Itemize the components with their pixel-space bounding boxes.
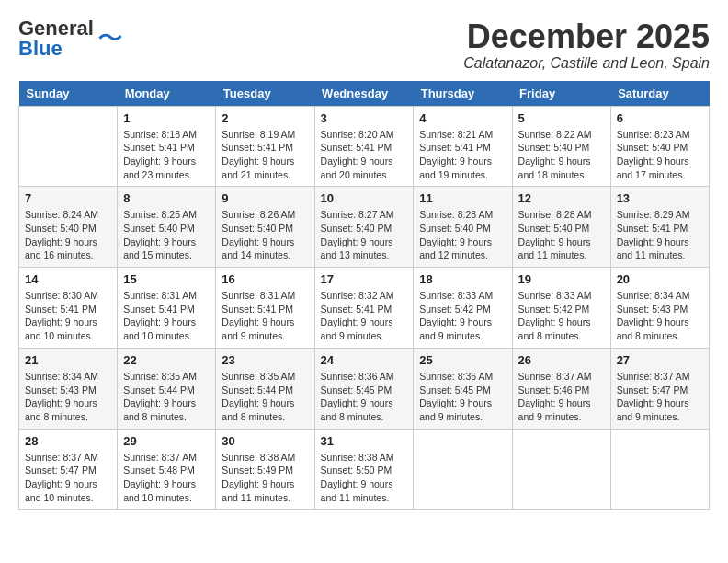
day-info: Sunrise: 8:26 AM Sunset: 5:40 PM Dayligh…	[222, 208, 308, 262]
logo-wave-icon: 〜	[97, 21, 123, 56]
day-info: Sunrise: 8:34 AM Sunset: 5:43 PM Dayligh…	[25, 370, 111, 424]
day-number: 1	[123, 111, 210, 125]
day-info: Sunrise: 8:34 AM Sunset: 5:43 PM Dayligh…	[617, 289, 703, 343]
calendar-cell: 26Sunrise: 8:37 AM Sunset: 5:46 PM Dayli…	[512, 348, 610, 429]
day-number: 15	[123, 272, 210, 286]
day-info: Sunrise: 8:27 AM Sunset: 5:40 PM Dayligh…	[321, 208, 408, 262]
page-header: General Blue 〜 December 2025 Calatanazor…	[18, 18, 710, 72]
day-info: Sunrise: 8:24 AM Sunset: 5:40 PM Dayligh…	[25, 208, 111, 262]
calendar-cell	[610, 429, 709, 510]
day-info: Sunrise: 8:25 AM Sunset: 5:40 PM Dayligh…	[123, 208, 210, 262]
day-info: Sunrise: 8:29 AM Sunset: 5:41 PM Dayligh…	[617, 208, 703, 262]
column-header-sunday: Sunday	[19, 81, 118, 107]
calendar-cell: 13Sunrise: 8:29 AM Sunset: 5:41 PM Dayli…	[610, 187, 709, 268]
calendar-cell: 16Sunrise: 8:31 AM Sunset: 5:41 PM Dayli…	[216, 268, 314, 349]
day-info: Sunrise: 8:32 AM Sunset: 5:41 PM Dayligh…	[321, 289, 408, 343]
day-info: Sunrise: 8:38 AM Sunset: 5:50 PM Dayligh…	[321, 451, 408, 505]
day-number: 26	[518, 353, 605, 367]
calendar-cell: 28Sunrise: 8:37 AM Sunset: 5:47 PM Dayli…	[19, 429, 118, 510]
calendar-cell: 18Sunrise: 8:33 AM Sunset: 5:42 PM Dayli…	[414, 268, 512, 349]
day-info: Sunrise: 8:35 AM Sunset: 5:44 PM Dayligh…	[123, 370, 210, 424]
day-number: 13	[617, 191, 703, 205]
day-number: 2	[222, 111, 308, 125]
calendar-table: SundayMondayTuesdayWednesdayThursdayFrid…	[18, 81, 710, 511]
day-info: Sunrise: 8:28 AM Sunset: 5:40 PM Dayligh…	[419, 208, 506, 262]
calendar-cell: 11Sunrise: 8:28 AM Sunset: 5:40 PM Dayli…	[414, 187, 512, 268]
day-number: 3	[321, 111, 408, 125]
day-number: 17	[321, 272, 408, 286]
calendar-cell	[19, 106, 118, 187]
day-info: Sunrise: 8:33 AM Sunset: 5:42 PM Dayligh…	[518, 289, 605, 343]
day-info: Sunrise: 8:31 AM Sunset: 5:41 PM Dayligh…	[123, 289, 210, 343]
day-number: 25	[419, 353, 506, 367]
day-number: 24	[321, 353, 408, 367]
logo-blue-text: Blue	[18, 39, 94, 59]
day-number: 12	[518, 191, 605, 205]
title-block: December 2025 Calatanazor, Castille and …	[463, 18, 710, 72]
day-number: 20	[617, 272, 703, 286]
day-number: 23	[222, 353, 308, 367]
day-info: Sunrise: 8:37 AM Sunset: 5:47 PM Dayligh…	[25, 451, 111, 505]
day-info: Sunrise: 8:38 AM Sunset: 5:49 PM Dayligh…	[222, 451, 308, 505]
day-info: Sunrise: 8:35 AM Sunset: 5:44 PM Dayligh…	[222, 370, 308, 424]
calendar-header: SundayMondayTuesdayWednesdayThursdayFrid…	[19, 81, 710, 107]
location-subtitle: Calatanazor, Castille and Leon, Spain	[463, 55, 710, 72]
day-info: Sunrise: 8:36 AM Sunset: 5:45 PM Dayligh…	[321, 370, 408, 424]
column-header-thursday: Thursday	[414, 81, 512, 107]
calendar-cell: 2Sunrise: 8:19 AM Sunset: 5:41 PM Daylig…	[216, 106, 314, 187]
day-info: Sunrise: 8:37 AM Sunset: 5:46 PM Dayligh…	[518, 370, 605, 424]
calendar-cell: 6Sunrise: 8:23 AM Sunset: 5:40 PM Daylig…	[610, 106, 709, 187]
day-number: 6	[617, 111, 703, 125]
day-info: Sunrise: 8:37 AM Sunset: 5:48 PM Dayligh…	[123, 451, 210, 505]
calendar-cell: 9Sunrise: 8:26 AM Sunset: 5:40 PM Daylig…	[216, 187, 314, 268]
calendar-cell: 20Sunrise: 8:34 AM Sunset: 5:43 PM Dayli…	[610, 268, 709, 349]
day-info: Sunrise: 8:23 AM Sunset: 5:40 PM Dayligh…	[617, 128, 703, 182]
calendar-cell: 15Sunrise: 8:31 AM Sunset: 5:41 PM Dayli…	[118, 268, 216, 349]
calendar-cell: 27Sunrise: 8:37 AM Sunset: 5:47 PM Dayli…	[610, 348, 709, 429]
day-info: Sunrise: 8:18 AM Sunset: 5:41 PM Dayligh…	[123, 128, 210, 182]
day-number: 5	[518, 111, 605, 125]
calendar-cell: 21Sunrise: 8:34 AM Sunset: 5:43 PM Dayli…	[19, 348, 118, 429]
day-info: Sunrise: 8:28 AM Sunset: 5:40 PM Dayligh…	[518, 208, 605, 262]
column-header-tuesday: Tuesday	[216, 81, 314, 107]
day-info: Sunrise: 8:36 AM Sunset: 5:45 PM Dayligh…	[419, 370, 506, 424]
day-number: 31	[321, 434, 408, 448]
calendar-cell: 31Sunrise: 8:38 AM Sunset: 5:50 PM Dayli…	[314, 429, 414, 510]
logo: General Blue 〜	[18, 18, 123, 59]
day-number: 7	[25, 191, 111, 205]
day-number: 30	[222, 434, 308, 448]
column-header-friday: Friday	[512, 81, 610, 107]
day-info: Sunrise: 8:21 AM Sunset: 5:41 PM Dayligh…	[419, 128, 506, 182]
month-year-title: December 2025	[463, 18, 710, 55]
day-info: Sunrise: 8:33 AM Sunset: 5:42 PM Dayligh…	[419, 289, 506, 343]
day-number: 28	[25, 434, 111, 448]
day-number: 8	[123, 191, 210, 205]
column-header-monday: Monday	[118, 81, 216, 107]
calendar-cell: 10Sunrise: 8:27 AM Sunset: 5:40 PM Dayli…	[314, 187, 414, 268]
day-info: Sunrise: 8:22 AM Sunset: 5:40 PM Dayligh…	[518, 128, 605, 182]
calendar-cell: 1Sunrise: 8:18 AM Sunset: 5:41 PM Daylig…	[118, 106, 216, 187]
day-number: 27	[617, 353, 703, 367]
day-number: 16	[222, 272, 308, 286]
day-number: 4	[419, 111, 506, 125]
day-number: 11	[419, 191, 506, 205]
day-number: 21	[25, 353, 111, 367]
day-info: Sunrise: 8:30 AM Sunset: 5:41 PM Dayligh…	[25, 289, 111, 343]
calendar-cell: 3Sunrise: 8:20 AM Sunset: 5:41 PM Daylig…	[314, 106, 414, 187]
calendar-cell: 7Sunrise: 8:24 AM Sunset: 5:40 PM Daylig…	[19, 187, 118, 268]
calendar-cell: 23Sunrise: 8:35 AM Sunset: 5:44 PM Dayli…	[216, 348, 314, 429]
day-number: 22	[123, 353, 210, 367]
calendar-cell: 14Sunrise: 8:30 AM Sunset: 5:41 PM Dayli…	[19, 268, 118, 349]
calendar-cell: 19Sunrise: 8:33 AM Sunset: 5:42 PM Dayli…	[512, 268, 610, 349]
logo-general-text: General	[18, 18, 94, 39]
calendar-cell: 12Sunrise: 8:28 AM Sunset: 5:40 PM Dayli…	[512, 187, 610, 268]
day-info: Sunrise: 8:31 AM Sunset: 5:41 PM Dayligh…	[222, 289, 308, 343]
calendar-cell: 29Sunrise: 8:37 AM Sunset: 5:48 PM Dayli…	[118, 429, 216, 510]
day-info: Sunrise: 8:37 AM Sunset: 5:47 PM Dayligh…	[617, 370, 703, 424]
calendar-cell	[414, 429, 512, 510]
day-number: 19	[518, 272, 605, 286]
column-header-wednesday: Wednesday	[314, 81, 414, 107]
calendar-cell: 5Sunrise: 8:22 AM Sunset: 5:40 PM Daylig…	[512, 106, 610, 187]
day-info: Sunrise: 8:20 AM Sunset: 5:41 PM Dayligh…	[321, 128, 408, 182]
calendar-cell: 8Sunrise: 8:25 AM Sunset: 5:40 PM Daylig…	[118, 187, 216, 268]
